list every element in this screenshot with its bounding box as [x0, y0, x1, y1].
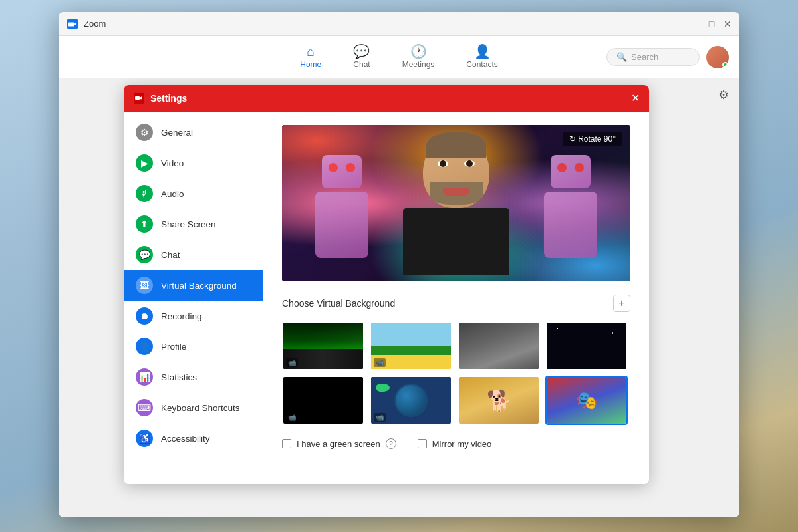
- bg-earth-preview: 📹: [371, 377, 451, 424]
- sidebar-item-video[interactable]: ▶ Video: [124, 148, 263, 178]
- sidebar-vbg-label: Virtual Background: [161, 281, 237, 291]
- bg-thumb-dog[interactable]: 🐕: [458, 376, 540, 425]
- bg-thumb-funny[interactable]: 🎭: [545, 376, 628, 425]
- general-icon: ⚙: [136, 124, 153, 141]
- maximize-button[interactable]: □: [708, 20, 716, 28]
- tab-chat[interactable]: 💬 Chat: [348, 42, 375, 72]
- sidebar-item-statistics[interactable]: 📊 Statistics: [124, 362, 263, 392]
- add-background-button[interactable]: +: [613, 295, 630, 312]
- settings-title: Settings: [150, 93, 187, 104]
- settings-body: ⚙ General ▶ Video 🎙 Audio ⬆ Share Screen: [124, 112, 649, 484]
- space-overlay: [547, 323, 626, 369]
- app-window: Zoom — □ ✕ ⌂ Home 💬 Chat 🕐 Meetings 👤 Co…: [59, 12, 739, 517]
- robot-left-eye-left: [329, 163, 338, 172]
- person-pupil-right: [466, 160, 473, 167]
- tab-meetings[interactable]: 🕐 Meetings: [397, 42, 440, 72]
- bg-aurora-preview: 📹: [283, 323, 363, 369]
- nav-tabs: ⌂ Home 💬 Chat 🕐 Meetings 👤 Contacts: [295, 42, 503, 72]
- mirror-video-checkbox[interactable]: [418, 439, 427, 448]
- background-grid: 📹 📹: [282, 321, 630, 425]
- main-content: ⚙ Settings ✕: [59, 78, 739, 517]
- choose-vbg-label: Choose Virtual Background: [282, 298, 395, 309]
- tab-chat-label: Chat: [353, 60, 370, 69]
- person-mouth: [443, 188, 469, 196]
- sidebar-item-share-screen[interactable]: ⬆ Share Screen: [124, 209, 263, 239]
- mirror-video-label: Mirror my video: [432, 439, 492, 449]
- bg-thumb-garage[interactable]: [458, 321, 540, 370]
- sidebar-item-recording[interactable]: ⏺ Recording: [124, 301, 263, 331]
- bg-thumb-black[interactable]: 📹: [282, 376, 364, 425]
- settings-close-button[interactable]: ✕: [631, 93, 640, 104]
- star-4: [567, 349, 567, 350]
- statistics-icon: 📊: [136, 368, 153, 386]
- settings-header-icon: [133, 92, 145, 104]
- contacts-icon: 👤: [474, 45, 491, 58]
- sidebar-item-general[interactable]: ⚙ General: [124, 117, 263, 148]
- person-body: [403, 208, 509, 275]
- tab-contacts[interactable]: 👤 Contacts: [461, 42, 503, 72]
- mirror-video-option[interactable]: Mirror my video: [418, 439, 492, 449]
- robot-left-body: [315, 192, 368, 258]
- bg-thumb-earth[interactable]: 📹: [370, 376, 452, 425]
- green-screen-checkbox[interactable]: [282, 439, 291, 448]
- help-icon[interactable]: ?: [386, 438, 396, 449]
- person-eye-right: [464, 160, 475, 167]
- share-screen-icon: ⬆: [136, 215, 153, 233]
- audio-icon: 🎙: [136, 185, 153, 202]
- sidebar-item-virtual-background[interactable]: 🖼 Virtual Background: [124, 270, 263, 301]
- dog-emoji: 🐕: [487, 389, 511, 412]
- robot-right-body: [544, 192, 597, 258]
- search-box[interactable]: 🔍 Search: [606, 48, 700, 66]
- person-head: [423, 135, 489, 208]
- close-button[interactable]: ✕: [724, 20, 732, 28]
- bg-thumb-aurora[interactable]: 📹: [282, 321, 364, 370]
- settings-content: ↻ Rotate 90° Choose Virtual Background +: [263, 112, 649, 484]
- recording-icon: ⏺: [136, 307, 153, 325]
- settings-sidebar: ⚙ General ▶ Video 🎙 Audio ⬆ Share Screen: [124, 112, 263, 484]
- bg-funny-preview: 🎭: [547, 377, 626, 424]
- person-pupil-left: [440, 160, 446, 167]
- vbg-section: Choose Virtual Background +: [282, 295, 630, 312]
- bg-beach-preview: 📹: [371, 323, 451, 369]
- robot-left-eye-right: [346, 163, 355, 172]
- home-icon: ⌂: [307, 45, 315, 58]
- robot-right-head: [551, 155, 591, 188]
- sidebar-item-chat[interactable]: 💬 Chat: [124, 239, 263, 270]
- sidebar-item-keyboard-shortcuts[interactable]: ⌨ Keyboard Shortcuts: [124, 392, 263, 423]
- bg-dog-preview: 🐕: [459, 377, 539, 424]
- video-indicator-earth: 📹: [374, 413, 386, 422]
- accessibility-icon: ♿: [136, 430, 153, 447]
- sidebar-recording-label: Recording: [161, 311, 202, 321]
- video-preview: ↻ Rotate 90°: [282, 125, 630, 281]
- minimize-button[interactable]: —: [692, 20, 700, 28]
- chat-icon: 💬: [353, 45, 370, 58]
- settings-modal: Settings ✕ ⚙ General ▶ Video 🎙: [124, 85, 649, 484]
- title-bar: Zoom — □ ✕: [59, 12, 739, 36]
- sidebar-item-accessibility[interactable]: ♿ Accessibility: [124, 423, 263, 454]
- green-screen-option[interactable]: I have a green screen ?: [282, 438, 396, 449]
- sidebar-item-profile[interactable]: 👤 Profile: [124, 331, 263, 362]
- green-screen-label: I have a green screen: [297, 439, 380, 449]
- top-navigation: ⌂ Home 💬 Chat 🕐 Meetings 👤 Contacts 🔍 Se…: [59, 36, 739, 78]
- bg-thumb-space[interactable]: [545, 321, 628, 370]
- robot-right: [531, 155, 610, 268]
- star-2: [580, 336, 581, 336]
- sidebar-share-label: Share Screen: [161, 219, 216, 229]
- meetings-icon: 🕐: [410, 45, 427, 58]
- tab-home[interactable]: ⌂ Home: [295, 42, 327, 72]
- bg-thumb-beach[interactable]: 📹: [370, 321, 452, 370]
- rotate-button[interactable]: ↻ Rotate 90°: [563, 132, 622, 146]
- sidebar-statistics-label: Statistics: [161, 372, 197, 382]
- garage-overlay: [459, 323, 539, 369]
- robot-left-head: [322, 155, 362, 188]
- user-avatar[interactable]: [706, 46, 729, 68]
- tab-home-label: Home: [300, 60, 321, 69]
- online-status-dot: [722, 62, 728, 68]
- person-eye-left: [438, 160, 448, 167]
- sidebar-item-audio[interactable]: 🎙 Audio: [124, 178, 263, 209]
- robot-left: [302, 155, 382, 268]
- options-row: I have a green screen ? Mirror my video: [282, 438, 630, 449]
- settings-gear-button[interactable]: ⚙: [718, 88, 729, 102]
- star-3: [612, 332, 613, 334]
- earth-continent: [376, 384, 390, 392]
